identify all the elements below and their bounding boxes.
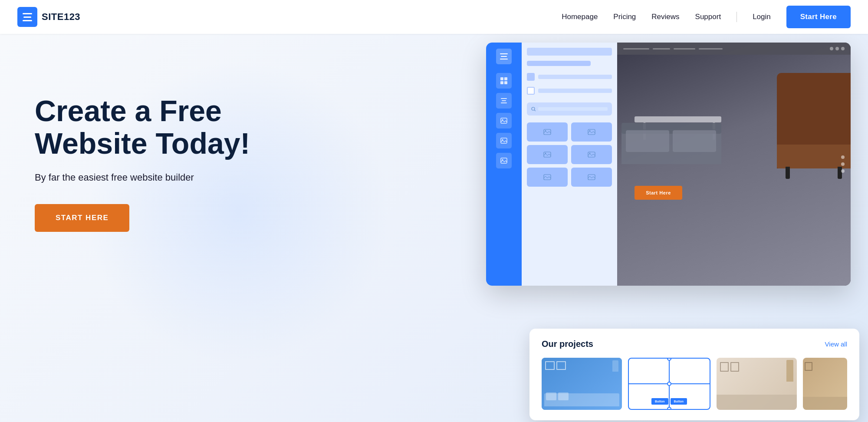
- project-thumb-4: [803, 358, 847, 410]
- furniture-scene: Start Here: [621, 64, 851, 286]
- widget-image-4: [571, 145, 612, 164]
- connector-dot-center: [667, 382, 671, 386]
- svg-rect-7: [501, 118, 507, 123]
- svg-rect-6: [501, 102, 507, 103]
- nav-dot-1[interactable]: [841, 155, 845, 159]
- connector-v-top: [669, 359, 670, 384]
- nav-divider: [736, 12, 737, 22]
- widget-image-3: [527, 145, 568, 164]
- project-thumb-3: [717, 358, 797, 410]
- svg-rect-5: [502, 100, 506, 101]
- project-thumb-1: [542, 358, 622, 410]
- editor-widgets-panel: [522, 43, 617, 286]
- shelf-partial: [803, 397, 847, 410]
- sidebar-logo: [496, 49, 512, 64]
- widget-image-5: [527, 168, 568, 187]
- svg-rect-1: [504, 77, 507, 80]
- nav-link-pricing[interactable]: Pricing: [613, 13, 636, 21]
- logo-icon: [17, 7, 37, 27]
- nav-dot-2[interactable]: [841, 162, 845, 166]
- table-top: [635, 116, 721, 122]
- svg-point-20: [545, 153, 546, 154]
- sidebar-icon-text[interactable]: [496, 93, 512, 109]
- thumb-art-1: [545, 361, 555, 370]
- nav-start-button[interactable]: Start Here: [786, 6, 851, 28]
- thumb-btn-2: Button: [671, 398, 687, 405]
- logo-link[interactable]: SITE123: [17, 7, 80, 27]
- topbar-line-3: [674, 48, 695, 49]
- widget-image-6: [571, 168, 612, 187]
- frame-1: [720, 362, 729, 372]
- svg-rect-9: [501, 138, 507, 143]
- svg-line-14: [535, 110, 536, 112]
- sidebar-icon-image2[interactable]: [496, 133, 512, 148]
- topbar-line-2: [653, 48, 670, 49]
- topbar-dot-1: [830, 47, 833, 50]
- thumb-cushion-2: [558, 392, 569, 400]
- thumb-cushion-1: [546, 392, 556, 400]
- sidebar-icon-image3[interactable]: [496, 153, 512, 168]
- canvas-nav-dots: [841, 155, 845, 173]
- frame-2: [730, 362, 739, 372]
- project-thumb-2: Button Button: [628, 358, 710, 410]
- svg-rect-0: [500, 77, 503, 80]
- topbar-line-1: [623, 48, 649, 49]
- sofa-cushion-right: [673, 130, 716, 152]
- editor-mockup: Start Here: [486, 43, 851, 286]
- sidebar-icon-grid[interactable]: [496, 73, 512, 89]
- thumb-buttons: Button Button: [651, 398, 687, 405]
- topbar-dots: [830, 47, 845, 50]
- projects-grid: Button Button: [542, 358, 847, 410]
- hero-cta-button[interactable]: START HERE: [35, 204, 129, 232]
- chair-seat: [777, 145, 851, 168]
- hero-title: Create a Free Website Today!: [35, 95, 250, 160]
- svg-rect-4: [501, 98, 507, 99]
- topbar-dot-3: [841, 47, 845, 50]
- frame-partial: [805, 362, 812, 371]
- topbar-dot-2: [835, 47, 839, 50]
- topbar-line-4: [699, 48, 723, 49]
- projects-card: Our projects View all: [529, 329, 859, 420]
- chair-leg-left: [786, 167, 790, 179]
- sidebar-icon-image[interactable]: [496, 113, 512, 129]
- shelf: [717, 395, 797, 410]
- svg-rect-11: [501, 158, 507, 163]
- hero-subtitle: By far the easiest free website builder: [35, 172, 250, 183]
- connector-v-bottom: [669, 384, 670, 409]
- canvas-topbar: [617, 43, 851, 55]
- svg-point-13: [532, 107, 535, 110]
- nav-links: Homepage Pricing Reviews Support Login S…: [562, 6, 851, 28]
- hero-screenshot: Start Here Our projects View all: [486, 43, 868, 420]
- brand-name: SITE123: [42, 11, 80, 23]
- svg-point-18: [589, 130, 590, 131]
- svg-point-16: [545, 130, 546, 131]
- svg-point-22: [589, 153, 590, 154]
- editor-sidebar: [486, 43, 522, 286]
- thumb-plant: [612, 360, 618, 372]
- thumb-btn-1: Button: [651, 398, 668, 405]
- svg-rect-2: [500, 81, 503, 84]
- projects-view-all-link[interactable]: View all: [825, 340, 847, 348]
- projects-card-title: Our projects: [542, 339, 593, 349]
- connector-dot-bottom: [667, 407, 671, 410]
- connector-dot-top: [667, 358, 671, 361]
- dried-plant: [786, 360, 793, 382]
- canvas-cta-button[interactable]: Start Here: [635, 186, 682, 200]
- widget-image-1: [527, 122, 568, 142]
- widget-search: [527, 102, 612, 115]
- svg-rect-3: [504, 81, 507, 84]
- thumb-art-2: [556, 361, 566, 370]
- editor-canvas: Start Here: [617, 43, 851, 286]
- hero-section: Create a Free Website Today! By far the …: [0, 34, 868, 422]
- nav-link-support[interactable]: Support: [695, 13, 721, 21]
- widget-image-2: [571, 122, 612, 142]
- nav-login-link[interactable]: Login: [753, 13, 771, 21]
- navigation: SITE123 Homepage Pricing Reviews Support…: [0, 0, 868, 34]
- sofa-cushion-left: [626, 130, 669, 152]
- nav-link-reviews[interactable]: Reviews: [651, 13, 679, 21]
- projects-card-header: Our projects View all: [542, 339, 847, 349]
- nav-dot-3[interactable]: [841, 169, 845, 173]
- hero-left-content: Create a Free Website Today! By far the …: [35, 60, 250, 232]
- nav-link-homepage[interactable]: Homepage: [562, 13, 598, 21]
